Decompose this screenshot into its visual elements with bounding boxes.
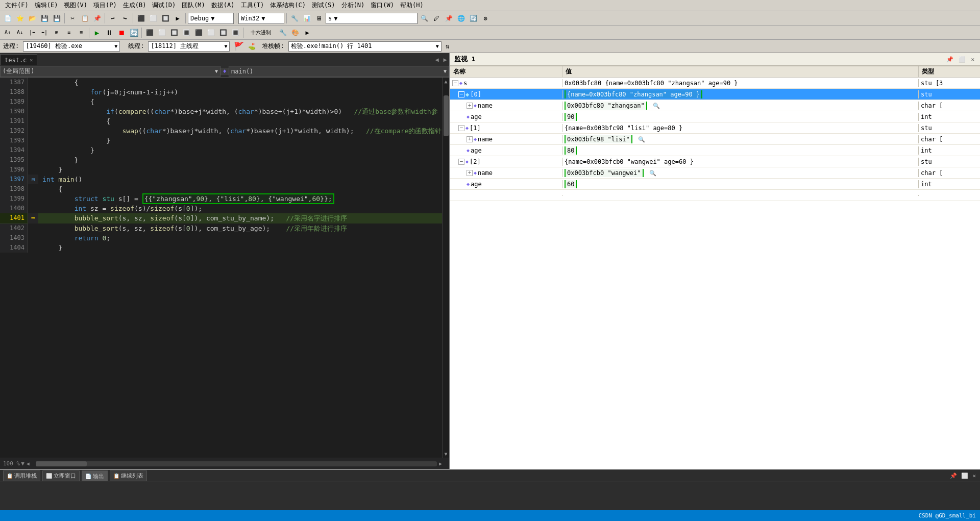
thread-select[interactable]: [18112] 主线程 ▼	[148, 41, 230, 52]
line-content-1398[interactable]: {	[38, 184, 442, 194]
scroll-left-icon[interactable]: ◀	[433, 54, 441, 65]
close-icon[interactable]: ✕	[30, 57, 33, 63]
search-dropdown[interactable]: s ▼	[326, 13, 418, 24]
line-content-1404[interactable]: }	[38, 243, 442, 253]
output-pin-icon[interactable]: 📌	[949, 472, 958, 480]
watch-row-0-name[interactable]: + ◆ name 0x003bfc80 "zhangsan" 🔍 char [	[450, 100, 980, 111]
debug-btn3[interactable]: |⬅	[27, 27, 38, 38]
restart-btn[interactable]: 🔄	[128, 27, 139, 38]
menu-analyze[interactable]: 分析(N)	[338, 0, 368, 11]
line-content-1399[interactable]: struct stu s[] = {{"zhangsan",90}, {"lis…	[38, 194, 442, 204]
line-content-1396[interactable]: }	[38, 165, 442, 175]
hscrollbar-track[interactable]	[36, 461, 437, 466]
output-btn-callstack[interactable]: 📋 调用堆栈	[3, 470, 40, 481]
expand-s-icon[interactable]: −	[452, 80, 458, 86]
tb-btn2[interactable]: ⭐	[14, 13, 26, 24]
scope-dropdown[interactable]: (全局范围) ▼	[0, 66, 220, 77]
line-content-1400[interactable]: int sz = sizeof(s)/sizeof(s[0]);	[38, 204, 442, 213]
tb-icon4[interactable]: 🖊	[431, 13, 442, 24]
hscroll-right-icon[interactable]: ▶	[439, 461, 446, 466]
paste-btn[interactable]: 📌	[91, 13, 103, 24]
tb-icon1[interactable]: 🔧	[289, 13, 300, 24]
dbg-icon4[interactable]: 🔳	[181, 27, 192, 38]
scroll-right-icon[interactable]: ▶	[441, 54, 449, 65]
line-content-1402[interactable]: bubble_sort(s, sz, sizeof(s[0]), com_stu…	[38, 224, 442, 233]
watch-row-0-age[interactable]: ◆ age 90 int	[450, 111, 980, 122]
line-content-1387[interactable]: {	[38, 78, 442, 87]
tb-icon8[interactable]: ⚙	[480, 13, 491, 24]
save-btn[interactable]: 💾	[39, 13, 50, 24]
menu-file[interactable]: 文件(F)	[2, 0, 32, 11]
stack-select[interactable]: 检验.exe!main() 行 1401 ▼	[288, 41, 442, 52]
line-content-1397[interactable]: int main()	[38, 175, 442, 184]
hscroll-thumb[interactable]	[36, 461, 87, 466]
stop-btn[interactable]: ⏹	[116, 27, 127, 38]
dbg-icon1[interactable]: ⬛	[144, 27, 155, 38]
menu-data[interactable]: 数据(A)	[208, 0, 238, 11]
line-content-1390[interactable]: if(compare((char*)base+j*width, (char*)b…	[38, 107, 442, 116]
dbg-icon8[interactable]: 🔳	[230, 27, 241, 38]
pause-btn[interactable]: ⏸	[104, 27, 115, 38]
tb-icon6[interactable]: 🌐	[455, 13, 467, 24]
output-float-icon[interactable]: ⬜	[960, 472, 969, 480]
line-content-1391[interactable]: {	[38, 116, 442, 126]
watch-row-s[interactable]: − ◆ s 0x003bfc80 {name=0x003bfc80 "zhang…	[450, 78, 980, 89]
line-content-1392[interactable]: swap((char*)base+j*width, (char*)base+(j…	[38, 126, 442, 136]
scroll-thumb[interactable]	[444, 95, 449, 136]
watch-float-icon[interactable]: ⬜	[957, 55, 967, 64]
menu-arch[interactable]: 体系结构(C)	[267, 0, 309, 11]
new-btn[interactable]: 📄	[2, 13, 13, 24]
tb-icon7[interactable]: 🔄	[468, 13, 479, 24]
cut-btn[interactable]: ✂	[67, 13, 78, 24]
config-dropdown[interactable]: Debug ▼	[188, 13, 234, 24]
watch-row-2-name[interactable]: + ◆ name 0x003bfcb0 "wangwei" 🔍 char [	[450, 167, 980, 179]
watch-row-empty[interactable]	[450, 190, 980, 201]
expand-0-name-icon[interactable]: +	[467, 103, 473, 109]
tb-btn-d[interactable]: ▶	[172, 13, 183, 24]
dbg-icon10[interactable]: 🎨	[289, 27, 301, 38]
tb-btn-b[interactable]: ⬜	[148, 13, 159, 24]
watch-row-0[interactable]: − ◆ [0] {name=0x003bfc80 "zhangsan" age=…	[450, 89, 980, 100]
menu-test[interactable]: 测试(S)	[309, 0, 338, 11]
debug-btn2[interactable]: A↓	[14, 27, 26, 38]
tb-icon2[interactable]: 📊	[301, 13, 312, 24]
dbg-icon6[interactable]: ⬜	[205, 27, 216, 38]
tb-icon3[interactable]: 🖥	[313, 13, 325, 24]
line-content-1403[interactable]: return 0;	[38, 233, 442, 243]
dbg-icon9[interactable]: 🔧	[277, 27, 288, 38]
line-content-1401[interactable]: bubble_sort(s, sz, sizeof(s[0]), com_stu…	[38, 213, 442, 223]
menu-help[interactable]: 帮助(H)	[397, 0, 427, 11]
redo-btn[interactable]: ↪	[119, 13, 131, 24]
scroll-down-icon[interactable]: ▼	[443, 450, 448, 458]
watch-close-icon[interactable]: ✕	[969, 55, 976, 64]
debug-btn1[interactable]: A↑	[2, 27, 13, 38]
line-content-1393[interactable]: }	[38, 136, 442, 145]
output-btn-continue[interactable]: 📋 继续列表	[110, 470, 147, 481]
platform-dropdown[interactable]: Win32 ▼	[238, 13, 284, 24]
menu-edit[interactable]: 编辑(E)	[32, 0, 61, 11]
menu-window[interactable]: 窗口(W)	[368, 0, 397, 11]
hscroll-left-icon[interactable]: ◀	[27, 461, 34, 466]
save-all-btn[interactable]: 💾	[51, 13, 62, 24]
line-content-1389[interactable]: {	[38, 97, 442, 107]
debug-btn4[interactable]: ⬅|	[39, 27, 50, 38]
menu-tools[interactable]: 工具(T)	[238, 0, 267, 11]
editor-tab-test[interactable]: test.c ✕	[0, 54, 37, 65]
menu-debug[interactable]: 调试(D)	[149, 0, 179, 11]
copy-btn[interactable]: 📋	[79, 13, 90, 24]
dbg-icon11[interactable]: ▶	[302, 27, 313, 38]
expand-1-name-icon[interactable]: +	[467, 136, 473, 142]
dbg-icon7[interactable]: 🔲	[217, 27, 229, 38]
zoom-dropdown-icon[interactable]: ▼	[21, 460, 24, 467]
tb-icon5[interactable]: 📌	[443, 13, 454, 24]
dbg-icon3[interactable]: 🔲	[168, 27, 180, 38]
menu-build[interactable]: 生成(B)	[120, 0, 150, 11]
watch-row-1-age[interactable]: ◆ age 80 int	[450, 145, 980, 156]
debug-btn7[interactable]: ≣	[76, 27, 87, 38]
expand-2-name-icon[interactable]: +	[467, 170, 473, 176]
watch-row-1-name[interactable]: + ◆ name 0x003bfc98 "lisi" 🔍 char [	[450, 134, 980, 145]
watch-pin-icon[interactable]: 📌	[945, 55, 955, 64]
output-btn-output[interactable]: 📄 输出	[82, 470, 108, 481]
debug-btn6[interactable]: ≡	[63, 27, 75, 38]
tb-btn-a[interactable]: ⬛	[135, 13, 146, 24]
